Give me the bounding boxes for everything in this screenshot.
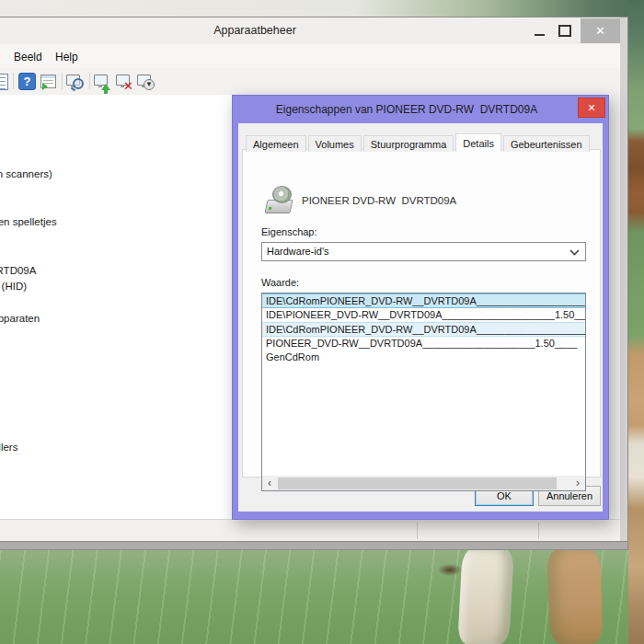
down-arrow-glyph: ▼	[144, 79, 155, 90]
scroll-right-arrow[interactable]: ›	[570, 476, 585, 490]
value-row[interactable]: PIONEER_DVD-RW__DVRTD09A________________…	[262, 337, 585, 351]
property-label: Eigenschap:	[261, 226, 317, 237]
property-dropdown-value: Hardware-id's	[267, 246, 329, 257]
disc-glyph	[272, 186, 292, 203]
dialog-close-button[interactable]: ✕	[578, 98, 605, 118]
uninstall-device-icon[interactable]: ✕	[116, 73, 133, 90]
help-icon[interactable]: ?	[18, 73, 36, 90]
dialog-body: Algemeen Volumes Stuurprogramma Details …	[238, 123, 603, 512]
dog-hind-leg	[546, 549, 604, 644]
details-tab-panel: PIONEER DVD-RW DVRTD09A Eigenschap: Hard…	[242, 149, 601, 477]
device-header: PIONEER DVD-RW DVRTD09A	[265, 185, 456, 216]
toolbar-separator	[89, 73, 90, 89]
close-icon: ✕	[587, 102, 595, 114]
toolbar-separator	[13, 73, 14, 89]
toolbar-separator	[62, 73, 63, 89]
statusbar-separator	[538, 523, 539, 539]
window-bottom-border	[0, 541, 627, 549]
tab-volumes[interactable]: Volumes	[308, 135, 362, 152]
value-row[interactable]: IDE\CdRomPIONEER_DVD-RW__DVRTD09A_______…	[262, 293, 585, 308]
scrollbar-thumb[interactable]	[278, 477, 557, 489]
value-label: Waarde:	[261, 277, 299, 288]
maximize-button[interactable]	[554, 18, 576, 43]
window-titlebar[interactable]: Apparaatbeheer	[0, 17, 620, 44]
statusbar-separator	[417, 523, 418, 539]
window-title: Apparaatbeheer	[0, 24, 620, 37]
minimize-button[interactable]	[528, 18, 550, 43]
magnifier-glyph	[73, 78, 84, 89]
device-name: PIONEER DVD-RW DVRTD09A	[302, 195, 456, 206]
scan-hardware-changes-icon[interactable]	[66, 73, 84, 90]
red-x-glyph: ✕	[123, 79, 133, 93]
document-glyph	[0, 74, 8, 90]
value-row[interactable]: GenCdRom	[262, 351, 585, 365]
tab-gebeurtenissen[interactable]: Gebeurtenissen	[503, 135, 590, 152]
scroll-left-arrow[interactable]: ‹	[262, 476, 277, 490]
horizontal-scrollbar[interactable]: ‹ ›	[261, 476, 586, 491]
dialog-title: Eigenschappen van PIONEER DVD-RW DVRTD09…	[242, 103, 571, 116]
drive-led-glyph	[269, 207, 271, 210]
minimize-icon	[535, 34, 545, 36]
grass-dark-spot	[438, 564, 462, 576]
toolbar: ? ✕ ▼	[0, 68, 620, 96]
close-icon: ✕	[595, 24, 605, 38]
update-driver-icon[interactable]	[94, 73, 111, 90]
dog-front-leg	[457, 549, 513, 644]
tab-strip: Algemeen Volumes Stuurprogramma Details …	[246, 132, 592, 152]
maximize-icon	[558, 25, 571, 37]
tree-scrollbar[interactable]	[607, 95, 620, 520]
property-dropdown[interactable]: Hardware-id's	[261, 242, 586, 261]
close-button[interactable]: ✕	[581, 18, 620, 43]
chevron-down-icon	[569, 249, 580, 256]
photo-top-strip	[0, 0, 644, 17]
help-glyph: ?	[24, 75, 31, 88]
menu-bar: Beeld Help	[0, 44, 620, 69]
tab-algemeen[interactable]: Algemeen	[246, 135, 306, 152]
value-list: IDE\CdRomPIONEER_DVD-RW__DVRTD09A_______…	[261, 293, 586, 491]
green-up-arrow-glyph	[101, 84, 110, 90]
tab-stuurprogramma[interactable]: Stuurprogramma	[363, 135, 454, 152]
status-bar	[0, 519, 620, 542]
value-row[interactable]: IDE\PIONEER_DVD-RW__DVRTD09A____________…	[262, 308, 585, 323]
properties-icon[interactable]	[40, 73, 57, 90]
dog-right-edge	[628, 0, 644, 644]
menu-item-beeld[interactable]: Beeld	[10, 49, 46, 65]
disable-device-icon[interactable]: ▼	[137, 73, 155, 90]
menu-item-help[interactable]: Help	[52, 49, 82, 65]
properties-dialog: Eigenschappen van PIONEER DVD-RW DVRTD09…	[232, 95, 609, 520]
value-row[interactable]: IDE\CdRomPIONEER_DVD-RW__DVRTD09A_______…	[262, 322, 585, 337]
document-partial-icon[interactable]	[0, 73, 10, 90]
dvd-drive-icon	[265, 185, 293, 216]
dialog-titlebar[interactable]: Eigenschappen van PIONEER DVD-RW DVRTD09…	[233, 96, 608, 123]
window-right-border	[620, 17, 627, 549]
tab-details[interactable]: Details	[455, 133, 501, 153]
play-glyph	[42, 83, 48, 90]
